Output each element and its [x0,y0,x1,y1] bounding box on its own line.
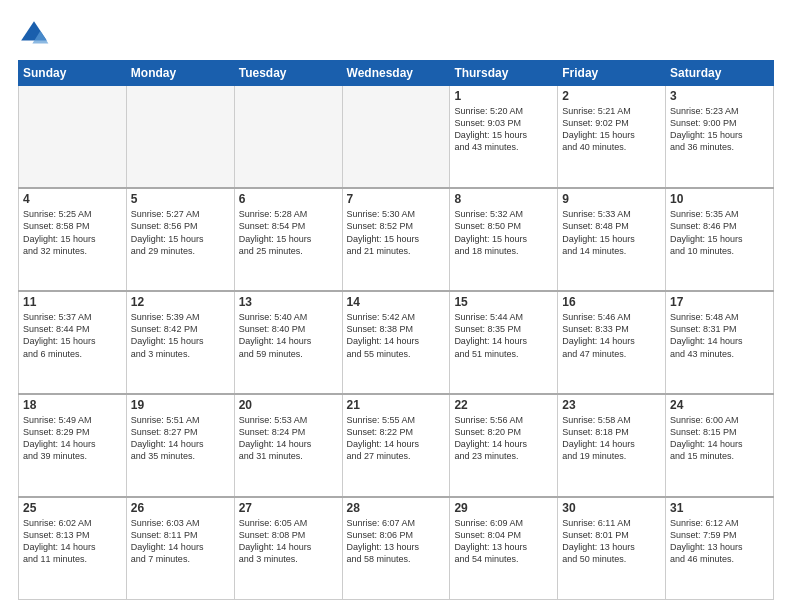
day-number: 2 [562,89,661,103]
calendar-day-cell: 4Sunrise: 5:25 AM Sunset: 8:58 PM Daylig… [19,188,127,291]
day-number: 7 [347,192,446,206]
day-info: Sunrise: 5:33 AM Sunset: 8:48 PM Dayligh… [562,208,661,257]
calendar-day-cell: 20Sunrise: 5:53 AM Sunset: 8:24 PM Dayli… [234,394,342,497]
day-info: Sunrise: 6:00 AM Sunset: 8:15 PM Dayligh… [670,414,769,463]
page: SundayMondayTuesdayWednesdayThursdayFrid… [0,0,792,612]
day-info: Sunrise: 5:20 AM Sunset: 9:03 PM Dayligh… [454,105,553,154]
calendar-day-cell: 1Sunrise: 5:20 AM Sunset: 9:03 PM Daylig… [450,86,558,189]
calendar-header-sunday: Sunday [19,61,127,86]
day-info: Sunrise: 6:05 AM Sunset: 8:08 PM Dayligh… [239,517,338,566]
day-number: 1 [454,89,553,103]
calendar-header-monday: Monday [126,61,234,86]
day-info: Sunrise: 5:46 AM Sunset: 8:33 PM Dayligh… [562,311,661,360]
day-number: 6 [239,192,338,206]
logo [18,18,56,50]
calendar-day-cell: 10Sunrise: 5:35 AM Sunset: 8:46 PM Dayli… [666,188,774,291]
day-info: Sunrise: 5:53 AM Sunset: 8:24 PM Dayligh… [239,414,338,463]
calendar-day-cell: 3Sunrise: 5:23 AM Sunset: 9:00 PM Daylig… [666,86,774,189]
calendar-day-cell: 25Sunrise: 6:02 AM Sunset: 8:13 PM Dayli… [19,497,127,600]
calendar-day-cell: 7Sunrise: 5:30 AM Sunset: 8:52 PM Daylig… [342,188,450,291]
day-number: 22 [454,398,553,412]
calendar-day-cell: 31Sunrise: 6:12 AM Sunset: 7:59 PM Dayli… [666,497,774,600]
day-number: 21 [347,398,446,412]
day-info: Sunrise: 6:03 AM Sunset: 8:11 PM Dayligh… [131,517,230,566]
calendar-day-cell: 13Sunrise: 5:40 AM Sunset: 8:40 PM Dayli… [234,291,342,394]
calendar-day-cell: 11Sunrise: 5:37 AM Sunset: 8:44 PM Dayli… [19,291,127,394]
day-info: Sunrise: 5:55 AM Sunset: 8:22 PM Dayligh… [347,414,446,463]
day-number: 25 [23,501,122,515]
calendar-week-row: 4Sunrise: 5:25 AM Sunset: 8:58 PM Daylig… [19,188,774,291]
calendar-day-cell: 19Sunrise: 5:51 AM Sunset: 8:27 PM Dayli… [126,394,234,497]
calendar-header-saturday: Saturday [666,61,774,86]
day-info: Sunrise: 5:58 AM Sunset: 8:18 PM Dayligh… [562,414,661,463]
day-number: 13 [239,295,338,309]
calendar-day-cell [19,86,127,189]
day-number: 29 [454,501,553,515]
calendar-day-cell: 17Sunrise: 5:48 AM Sunset: 8:31 PM Dayli… [666,291,774,394]
calendar-day-cell [234,86,342,189]
calendar-week-row: 18Sunrise: 5:49 AM Sunset: 8:29 PM Dayli… [19,394,774,497]
day-number: 18 [23,398,122,412]
day-info: Sunrise: 5:49 AM Sunset: 8:29 PM Dayligh… [23,414,122,463]
day-number: 15 [454,295,553,309]
calendar-day-cell: 21Sunrise: 5:55 AM Sunset: 8:22 PM Dayli… [342,394,450,497]
calendar-day-cell: 26Sunrise: 6:03 AM Sunset: 8:11 PM Dayli… [126,497,234,600]
day-info: Sunrise: 5:42 AM Sunset: 8:38 PM Dayligh… [347,311,446,360]
calendar-day-cell: 5Sunrise: 5:27 AM Sunset: 8:56 PM Daylig… [126,188,234,291]
calendar-header-row: SundayMondayTuesdayWednesdayThursdayFrid… [19,61,774,86]
day-info: Sunrise: 5:23 AM Sunset: 9:00 PM Dayligh… [670,105,769,154]
day-info: Sunrise: 6:12 AM Sunset: 7:59 PM Dayligh… [670,517,769,566]
day-info: Sunrise: 5:40 AM Sunset: 8:40 PM Dayligh… [239,311,338,360]
calendar-day-cell: 30Sunrise: 6:11 AM Sunset: 8:01 PM Dayli… [558,497,666,600]
logo-icon [18,18,50,50]
calendar-day-cell: 16Sunrise: 5:46 AM Sunset: 8:33 PM Dayli… [558,291,666,394]
calendar-day-cell: 18Sunrise: 5:49 AM Sunset: 8:29 PM Dayli… [19,394,127,497]
day-info: Sunrise: 5:44 AM Sunset: 8:35 PM Dayligh… [454,311,553,360]
day-info: Sunrise: 5:39 AM Sunset: 8:42 PM Dayligh… [131,311,230,360]
day-number: 8 [454,192,553,206]
day-info: Sunrise: 5:21 AM Sunset: 9:02 PM Dayligh… [562,105,661,154]
calendar-day-cell [342,86,450,189]
calendar-week-row: 25Sunrise: 6:02 AM Sunset: 8:13 PM Dayli… [19,497,774,600]
calendar-day-cell: 28Sunrise: 6:07 AM Sunset: 8:06 PM Dayli… [342,497,450,600]
day-number: 24 [670,398,769,412]
day-info: Sunrise: 5:37 AM Sunset: 8:44 PM Dayligh… [23,311,122,360]
day-number: 31 [670,501,769,515]
calendar-day-cell: 23Sunrise: 5:58 AM Sunset: 8:18 PM Dayli… [558,394,666,497]
day-info: Sunrise: 5:35 AM Sunset: 8:46 PM Dayligh… [670,208,769,257]
day-number: 19 [131,398,230,412]
day-number: 12 [131,295,230,309]
day-number: 16 [562,295,661,309]
day-info: Sunrise: 5:30 AM Sunset: 8:52 PM Dayligh… [347,208,446,257]
day-number: 14 [347,295,446,309]
day-info: Sunrise: 5:25 AM Sunset: 8:58 PM Dayligh… [23,208,122,257]
day-number: 3 [670,89,769,103]
day-info: Sunrise: 5:51 AM Sunset: 8:27 PM Dayligh… [131,414,230,463]
day-info: Sunrise: 5:28 AM Sunset: 8:54 PM Dayligh… [239,208,338,257]
calendar-day-cell: 6Sunrise: 5:28 AM Sunset: 8:54 PM Daylig… [234,188,342,291]
day-number: 26 [131,501,230,515]
calendar-day-cell: 24Sunrise: 6:00 AM Sunset: 8:15 PM Dayli… [666,394,774,497]
day-info: Sunrise: 6:09 AM Sunset: 8:04 PM Dayligh… [454,517,553,566]
day-info: Sunrise: 6:11 AM Sunset: 8:01 PM Dayligh… [562,517,661,566]
day-number: 11 [23,295,122,309]
calendar-day-cell: 12Sunrise: 5:39 AM Sunset: 8:42 PM Dayli… [126,291,234,394]
day-info: Sunrise: 5:27 AM Sunset: 8:56 PM Dayligh… [131,208,230,257]
calendar-day-cell: 22Sunrise: 5:56 AM Sunset: 8:20 PM Dayli… [450,394,558,497]
calendar-day-cell: 29Sunrise: 6:09 AM Sunset: 8:04 PM Dayli… [450,497,558,600]
day-info: Sunrise: 6:02 AM Sunset: 8:13 PM Dayligh… [23,517,122,566]
calendar-day-cell: 14Sunrise: 5:42 AM Sunset: 8:38 PM Dayli… [342,291,450,394]
calendar-header-wednesday: Wednesday [342,61,450,86]
day-info: Sunrise: 6:07 AM Sunset: 8:06 PM Dayligh… [347,517,446,566]
day-number: 20 [239,398,338,412]
day-number: 28 [347,501,446,515]
calendar-header-tuesday: Tuesday [234,61,342,86]
calendar-day-cell [126,86,234,189]
calendar-week-row: 11Sunrise: 5:37 AM Sunset: 8:44 PM Dayli… [19,291,774,394]
header [18,18,774,50]
day-number: 9 [562,192,661,206]
day-number: 4 [23,192,122,206]
day-info: Sunrise: 5:32 AM Sunset: 8:50 PM Dayligh… [454,208,553,257]
calendar-day-cell: 27Sunrise: 6:05 AM Sunset: 8:08 PM Dayli… [234,497,342,600]
calendar-table: SundayMondayTuesdayWednesdayThursdayFrid… [18,60,774,600]
